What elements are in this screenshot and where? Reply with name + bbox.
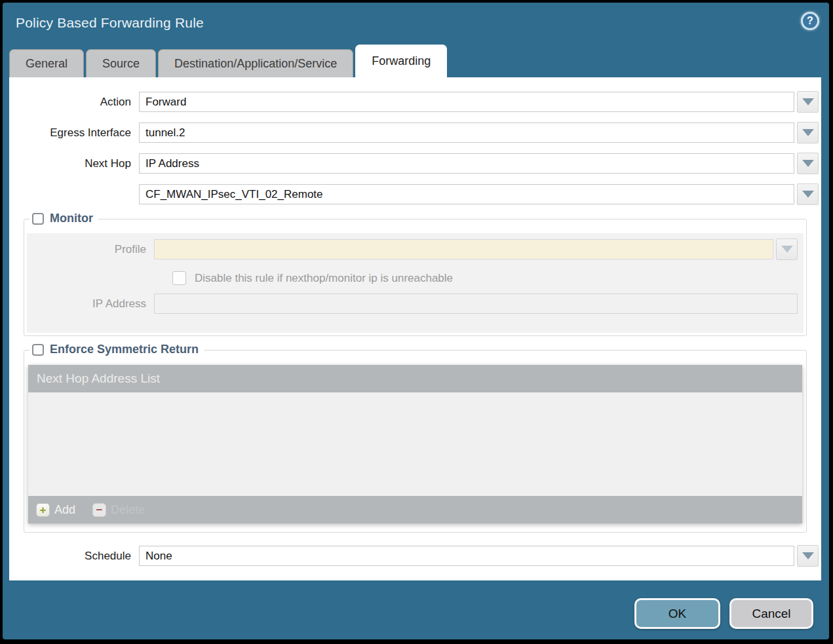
next-hop-address-list-table: Next Hop Address List + Add − Delete [28,365,802,523]
next-hop-row: Next Hop IP Address [9,153,819,174]
egress-interface-select[interactable]: tunnel.2 [139,123,794,143]
cancel-button[interactable]: Cancel [729,598,813,629]
add-button[interactable]: + Add [36,503,75,517]
monitor-fieldset: Monitor Profile Disable this rule if nex… [24,219,807,336]
profile-row: Profile [27,238,798,260]
schedule-label: Schedule [9,550,139,563]
delete-button-label: Delete [111,503,145,517]
tab-forwarding[interactable]: Forwarding [355,45,447,77]
chevron-down-icon [802,552,814,559]
action-label: Action [9,96,139,109]
monitor-ip-address-input [154,294,798,314]
tab-source[interactable]: Source [86,49,156,77]
profile-dropdown-button [776,238,798,260]
profile-label: Profile [27,243,154,256]
profile-select [154,239,773,259]
ok-button[interactable]: OK [634,598,720,629]
chevron-down-icon [802,129,814,136]
egress-interface-label: Egress Interface [9,126,139,140]
enforce-symmetric-return-legend: Enforce Symmetric Return [29,343,204,356]
tab-destination-application-service[interactable]: Destination/Application/Service [158,49,353,77]
forwarding-tab-panel: Action Forward Egress Interface tunnel.2… [9,77,821,580]
pbf-rule-dialog: Policy Based Forwarding Rule ? General S… [3,3,829,639]
egress-interface-dropdown-button[interactable] [797,122,819,143]
enforce-symmetric-return-fieldset: Enforce Symmetric Return Next Hop Addres… [24,350,807,533]
next-hop-address-select[interactable]: CF_MWAN_IPsec_VTI_02_Remote [139,184,794,204]
monitor-ip-address-label: IP Address [27,297,154,311]
disable-rule-row: Disable this rule if nexthop/monitor ip … [172,271,804,285]
tab-bar: General Source Destination/Application/S… [9,45,823,77]
action-select[interactable]: Forward [139,92,794,112]
enforce-symmetric-return-checkbox[interactable] [32,344,44,356]
next-hop-dropdown-button[interactable] [797,153,819,174]
plus-icon: + [36,503,50,517]
chevron-down-icon [781,246,793,253]
monitor-checkbox[interactable] [32,213,44,225]
monitor-legend: Monitor [29,212,98,225]
delete-button: − Delete [92,503,145,517]
next-hop-type-select[interactable]: IP Address [139,153,794,174]
schedule-row: Schedule None [9,545,819,567]
minus-icon: − [92,503,106,517]
tab-general[interactable]: General [9,49,84,77]
title-bar: Policy Based Forwarding Rule ? [3,3,829,45]
disable-rule-checkbox [172,271,186,285]
chevron-down-icon [802,160,814,167]
egress-interface-row: Egress Interface tunnel.2 [9,122,819,143]
dialog-title: Policy Based Forwarding Rule [16,15,204,31]
action-row: Action Forward [9,91,819,113]
chevron-down-icon [802,98,814,105]
add-button-label: Add [54,503,75,517]
monitor-ip-address-row: IP Address [27,294,798,314]
next-hop-address-dropdown-button[interactable] [797,183,819,205]
next-hop-address-row: CF_MWAN_IPsec_VTI_02_Remote [9,183,819,205]
next-hop-address-list-header: Next Hop Address List [28,365,802,392]
chevron-down-icon [802,191,814,198]
next-hop-address-list-footer: + Add − Delete [28,496,802,523]
schedule-select[interactable]: None [139,546,794,566]
help-icon[interactable]: ? [801,12,819,30]
schedule-dropdown-button[interactable] [797,545,819,567]
action-dropdown-button[interactable] [797,91,819,113]
next-hop-address-list-body [28,392,802,496]
enforce-symmetric-return-legend-label: Enforce Symmetric Return [50,343,199,356]
monitor-legend-label: Monitor [50,212,93,225]
next-hop-label: Next Hop [9,157,139,170]
disable-rule-label: Disable this rule if nexthop/monitor ip … [195,272,453,285]
monitor-panel: Profile Disable this rule if nexthop/mon… [27,233,804,333]
